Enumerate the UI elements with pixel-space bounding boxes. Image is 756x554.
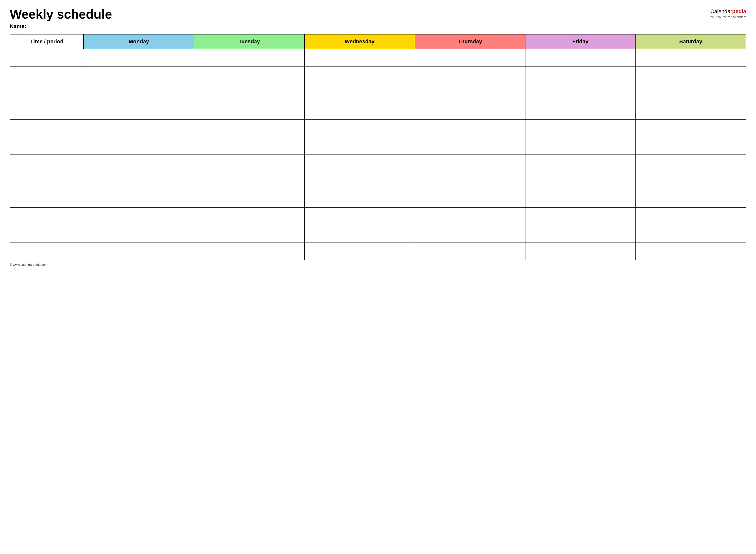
table-row bbox=[10, 155, 746, 172]
cell-row9-col6[interactable] bbox=[636, 207, 746, 225]
cell-row6-col4[interactable] bbox=[415, 155, 526, 172]
cell-row10-col1[interactable] bbox=[84, 225, 194, 242]
table-row bbox=[10, 242, 746, 260]
cell-row4-col2[interactable] bbox=[194, 119, 305, 137]
cell-row7-col5[interactable] bbox=[525, 172, 636, 190]
cell-row2-col6[interactable] bbox=[636, 84, 746, 102]
cell-row6-col6[interactable] bbox=[636, 155, 746, 172]
cell-row4-col1[interactable] bbox=[84, 119, 194, 137]
cell-row9-col1[interactable] bbox=[84, 207, 194, 225]
cell-row2-col1[interactable] bbox=[84, 84, 194, 102]
table-row bbox=[10, 137, 746, 155]
cell-row11-col5[interactable] bbox=[525, 242, 636, 260]
cell-row7-col0[interactable] bbox=[10, 172, 84, 190]
logo-pedia: pedia bbox=[732, 8, 746, 14]
table-row bbox=[10, 225, 746, 242]
cell-row2-col3[interactable] bbox=[305, 84, 415, 102]
table-row bbox=[10, 49, 746, 66]
table-row bbox=[10, 66, 746, 84]
cell-row7-col3[interactable] bbox=[305, 172, 415, 190]
cell-row10-col0[interactable] bbox=[10, 225, 84, 242]
cell-row8-col4[interactable] bbox=[415, 190, 526, 207]
cell-row4-col6[interactable] bbox=[636, 119, 746, 137]
cell-row6-col2[interactable] bbox=[194, 155, 305, 172]
cell-row8-col2[interactable] bbox=[194, 190, 305, 207]
cell-row0-col0[interactable] bbox=[10, 49, 84, 66]
cell-row6-col0[interactable] bbox=[10, 155, 84, 172]
cell-row8-col6[interactable] bbox=[636, 190, 746, 207]
cell-row9-col5[interactable] bbox=[525, 207, 636, 225]
cell-row10-col6[interactable] bbox=[636, 225, 746, 242]
cell-row4-col0[interactable] bbox=[10, 119, 84, 137]
footer-url: © www.calendarpedia.com bbox=[10, 263, 746, 267]
cell-row7-col1[interactable] bbox=[84, 172, 194, 190]
cell-row3-col6[interactable] bbox=[636, 102, 746, 119]
col-header-monday: Monday bbox=[84, 34, 194, 49]
cell-row1-col4[interactable] bbox=[415, 66, 526, 84]
cell-row5-col2[interactable] bbox=[194, 137, 305, 155]
cell-row3-col5[interactable] bbox=[525, 102, 636, 119]
cell-row8-col5[interactable] bbox=[525, 190, 636, 207]
cell-row1-col2[interactable] bbox=[194, 66, 305, 84]
cell-row10-col4[interactable] bbox=[415, 225, 526, 242]
cell-row2-col4[interactable] bbox=[415, 84, 526, 102]
cell-row9-col4[interactable] bbox=[415, 207, 526, 225]
cell-row8-col0[interactable] bbox=[10, 190, 84, 207]
cell-row9-col2[interactable] bbox=[194, 207, 305, 225]
schedule-body bbox=[10, 49, 746, 260]
cell-row5-col3[interactable] bbox=[305, 137, 415, 155]
cell-row0-col6[interactable] bbox=[636, 49, 746, 66]
cell-row7-col2[interactable] bbox=[194, 172, 305, 190]
cell-row10-col3[interactable] bbox=[305, 225, 415, 242]
cell-row11-col3[interactable] bbox=[305, 242, 415, 260]
cell-row5-col6[interactable] bbox=[636, 137, 746, 155]
cell-row2-col0[interactable] bbox=[10, 84, 84, 102]
cell-row11-col0[interactable] bbox=[10, 242, 84, 260]
cell-row3-col4[interactable] bbox=[415, 102, 526, 119]
cell-row1-col5[interactable] bbox=[525, 66, 636, 84]
cell-row11-col6[interactable] bbox=[636, 242, 746, 260]
logo-calendar: Calendar bbox=[710, 8, 732, 14]
cell-row6-col3[interactable] bbox=[305, 155, 415, 172]
cell-row0-col2[interactable] bbox=[194, 49, 305, 66]
cell-row1-col0[interactable] bbox=[10, 66, 84, 84]
cell-row5-col5[interactable] bbox=[525, 137, 636, 155]
cell-row7-col6[interactable] bbox=[636, 172, 746, 190]
cell-row6-col1[interactable] bbox=[84, 155, 194, 172]
cell-row7-col4[interactable] bbox=[415, 172, 526, 190]
cell-row3-col0[interactable] bbox=[10, 102, 84, 119]
page-title: Weekly schedule bbox=[10, 7, 710, 21]
cell-row2-col5[interactable] bbox=[525, 84, 636, 102]
table-row bbox=[10, 119, 746, 137]
cell-row4-col4[interactable] bbox=[415, 119, 526, 137]
cell-row10-col5[interactable] bbox=[525, 225, 636, 242]
cell-row1-col6[interactable] bbox=[636, 66, 746, 84]
cell-row5-col1[interactable] bbox=[84, 137, 194, 155]
cell-row11-col2[interactable] bbox=[194, 242, 305, 260]
cell-row4-col5[interactable] bbox=[525, 119, 636, 137]
cell-row1-col3[interactable] bbox=[305, 66, 415, 84]
logo-text: Calendarpedia bbox=[710, 8, 746, 15]
cell-row5-col4[interactable] bbox=[415, 137, 526, 155]
cell-row6-col5[interactable] bbox=[525, 155, 636, 172]
col-header-thursday: Thursday bbox=[415, 34, 526, 49]
cell-row0-col1[interactable] bbox=[84, 49, 194, 66]
cell-row1-col1[interactable] bbox=[84, 66, 194, 84]
cell-row9-col0[interactable] bbox=[10, 207, 84, 225]
cell-row5-col0[interactable] bbox=[10, 137, 84, 155]
cell-row11-col4[interactable] bbox=[415, 242, 526, 260]
cell-row9-col3[interactable] bbox=[305, 207, 415, 225]
cell-row8-col3[interactable] bbox=[305, 190, 415, 207]
cell-row10-col2[interactable] bbox=[194, 225, 305, 242]
cell-row8-col1[interactable] bbox=[84, 190, 194, 207]
logo-section: Calendarpedia Your source for calendars bbox=[710, 7, 746, 19]
cell-row0-col3[interactable] bbox=[305, 49, 415, 66]
cell-row0-col4[interactable] bbox=[415, 49, 526, 66]
cell-row11-col1[interactable] bbox=[84, 242, 194, 260]
cell-row2-col2[interactable] bbox=[194, 84, 305, 102]
cell-row4-col3[interactable] bbox=[305, 119, 415, 137]
cell-row0-col5[interactable] bbox=[525, 49, 636, 66]
cell-row3-col1[interactable] bbox=[84, 102, 194, 119]
cell-row3-col3[interactable] bbox=[305, 102, 415, 119]
cell-row3-col2[interactable] bbox=[194, 102, 305, 119]
